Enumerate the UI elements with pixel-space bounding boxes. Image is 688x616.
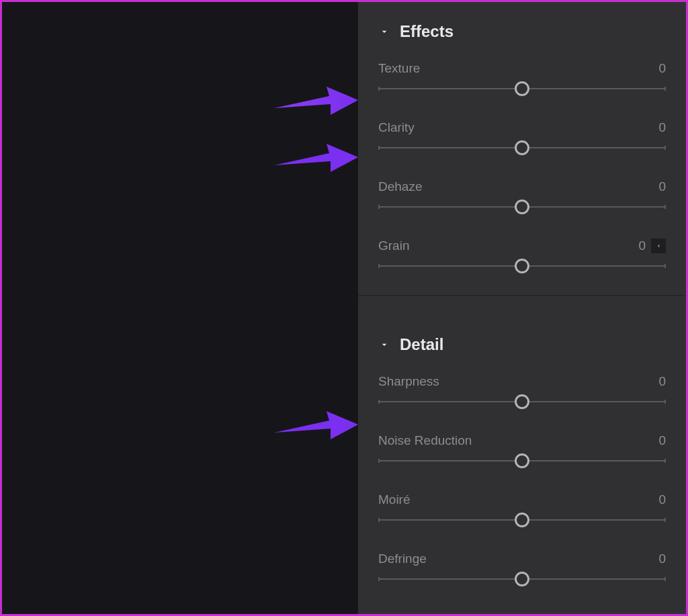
grain-slider-row: Grain 0 (378, 238, 666, 273)
slider-thumb[interactable] (515, 572, 529, 586)
dehaze-slider[interactable] (378, 200, 666, 214)
sharpness-slider-row: Sharpness 0 (378, 374, 666, 409)
sharpness-label: Sharpness (378, 374, 439, 389)
slider-thumb[interactable] (515, 81, 529, 96)
dehaze-value[interactable]: 0 (658, 179, 666, 194)
noise-reduction-slider-row: Noise Reduction 0 (378, 433, 666, 468)
moire-slider[interactable] (378, 513, 666, 527)
dehaze-label: Dehaze (378, 179, 423, 194)
clarity-value[interactable]: 0 (658, 120, 666, 135)
moire-value[interactable]: 0 (658, 492, 666, 507)
grain-slider[interactable] (378, 259, 666, 273)
grain-label: Grain (378, 238, 409, 253)
moire-slider-row: Moiré 0 (378, 492, 666, 527)
texture-slider-row: Texture 0 (378, 61, 666, 96)
expand-left-icon[interactable] (651, 238, 666, 253)
chevron-down-icon (378, 26, 390, 38)
clarity-label: Clarity (378, 120, 415, 135)
grain-value[interactable]: 0 (638, 238, 666, 253)
texture-slider[interactable] (378, 81, 666, 96)
slider-thumb[interactable] (515, 394, 529, 409)
sharpness-value[interactable]: 0 (658, 374, 666, 389)
slider-thumb[interactable] (515, 200, 529, 214)
grain-value-text: 0 (638, 238, 646, 253)
defringe-label: Defringe (378, 552, 427, 566)
noise-reduction-label: Noise Reduction (378, 433, 472, 448)
noise-reduction-value[interactable]: 0 (658, 433, 666, 448)
effects-panel-header[interactable]: Effects (358, 2, 686, 48)
preview-area (2, 2, 358, 614)
texture-label: Texture (378, 61, 420, 76)
clarity-slider[interactable] (378, 140, 666, 155)
chevron-down-icon (378, 339, 390, 351)
clarity-slider-row: Clarity 0 (378, 120, 666, 155)
edit-panel: Effects Texture 0 Clarity 0 (358, 2, 686, 614)
detail-panel-header[interactable]: Detail (358, 316, 686, 361)
noise-reduction-slider[interactable] (378, 453, 666, 468)
texture-value[interactable]: 0 (658, 61, 666, 76)
slider-thumb[interactable] (515, 513, 529, 527)
detail-panel-title: Detail (400, 335, 443, 354)
defringe-slider[interactable] (378, 572, 666, 586)
sharpness-slider[interactable] (378, 394, 666, 409)
slider-thumb[interactable] (515, 453, 529, 468)
slider-thumb[interactable] (515, 259, 529, 273)
detail-panel: Detail Sharpness 0 Noise Reduction 0 (358, 295, 686, 586)
defringe-value[interactable]: 0 (658, 552, 666, 566)
moire-label: Moiré (378, 492, 411, 507)
defringe-slider-row: Defringe 0 (378, 552, 666, 586)
slider-thumb[interactable] (515, 140, 529, 155)
effects-panel: Effects Texture 0 Clarity 0 (358, 2, 686, 280)
dehaze-slider-row: Dehaze 0 (378, 179, 666, 214)
effects-panel-title: Effects (400, 22, 454, 41)
